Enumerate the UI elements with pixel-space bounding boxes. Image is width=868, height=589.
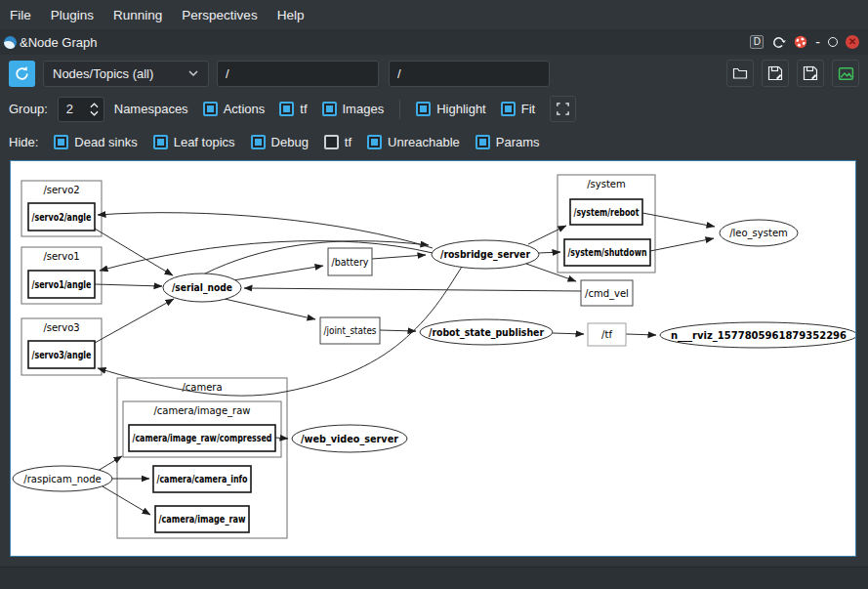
- graph-edge-rosbridge-server-to-servo1-angle: [100, 241, 433, 271]
- checkbox-debug[interactable]: [251, 135, 266, 149]
- graph-node-label: /robot_state_publisher: [429, 327, 544, 339]
- graph-node-label: /battery: [332, 257, 369, 268]
- checkbox-label: Actions: [224, 102, 266, 116]
- checkbox-item-leaf-topics: Leaf topics: [153, 135, 235, 149]
- save-image-button[interactable]: [832, 60, 859, 87]
- graph-type-select[interactable]: Nodes/Topics (all): [43, 61, 209, 87]
- hide-options-row: Hide: Dead sinksLeaf topicsDebugtfUnreac…: [0, 126, 868, 158]
- checkbox-images[interactable]: [322, 102, 337, 116]
- spin-down-icon[interactable]: [90, 110, 99, 116]
- graph-edge-serial-node-to-joint-states: [225, 299, 315, 319]
- load-dot-button[interactable]: [726, 60, 754, 87]
- checkbox-label: Unreachable: [388, 135, 460, 149]
- graph-edge-raspicam-node-to-camera-image-raw-group: [98, 456, 122, 471]
- checkbox-label: Fit: [521, 102, 535, 116]
- graph-edge-servo3-angle-to-serial-node: [95, 299, 174, 343]
- checkbox-item-tf: tf: [324, 135, 351, 149]
- dock-title: &Node Graph: [20, 35, 98, 50]
- checkbox-item-fit: Fit: [501, 102, 535, 116]
- checkbox-item-dead-sinks: Dead sinks: [54, 135, 137, 149]
- menu-item-running[interactable]: Running: [103, 8, 172, 22]
- checkbox-highlight[interactable]: [416, 102, 431, 116]
- save-svg-button[interactable]: [797, 60, 824, 87]
- graph-canvas[interactable]: /servo2/servo1/servo3/system/camera/came…: [10, 160, 856, 557]
- menu-item-help[interactable]: Help: [268, 8, 314, 22]
- graph-container-label: /system: [587, 179, 626, 189]
- checkbox-item-actions: Actions: [203, 102, 266, 116]
- checkbox-label: tf: [300, 102, 307, 116]
- checkbox-label: Leaf topics: [174, 135, 235, 149]
- help-icon[interactable]: [794, 35, 807, 49]
- fit-icon: [556, 102, 570, 116]
- graph-node-label: /rosbridge_server: [440, 249, 530, 261]
- graph-node-label: /serial_node: [172, 282, 232, 294]
- graph-edge-raspicam-node-to-camera-image-raw: [103, 486, 150, 515]
- group-value: 2: [59, 102, 90, 116]
- graph-node-label: /servo3/angle: [32, 350, 92, 360]
- checkbox-item-tf: tf: [279, 102, 307, 116]
- checkbox-label: Params: [496, 135, 540, 149]
- fit-in-view-button[interactable]: [550, 96, 576, 122]
- menu-item-plugins[interactable]: Plugins: [41, 8, 103, 22]
- graph-edge-system-reboot-to-leo-system: [642, 213, 715, 227]
- graph-edge-system-shutdown-to-leo-system: [650, 238, 714, 251]
- graph-container-label: /servo2: [43, 185, 79, 195]
- graph-edge-serial-node-to-battery: [233, 266, 323, 280]
- checkbox-item-params: Params: [475, 135, 540, 149]
- graph-edge-robot-state-publisher-to-tf: [553, 333, 584, 334]
- menu-item-perspectives[interactable]: Perspectives: [172, 8, 267, 22]
- checkbox-item-images: Images: [322, 102, 385, 116]
- filter-input-1[interactable]: [217, 61, 379, 87]
- dock-title-bar: &Node Graph D - ✕: [0, 29, 868, 55]
- checkbox-item-highlight: Highlight: [416, 102, 486, 116]
- graph-edge-rosbridge-server-to-system-reboot: [528, 226, 566, 244]
- graph-node-label: /cmd_vel: [585, 288, 629, 300]
- graph-container-label: /camera/image_raw: [153, 405, 250, 417]
- close-icon[interactable]: ✕: [846, 35, 859, 49]
- checkbox-dead-sinks[interactable]: [54, 135, 68, 149]
- checkbox-actions[interactable]: [203, 102, 218, 116]
- image-icon: [838, 65, 854, 82]
- maximize-icon[interactable]: [828, 37, 838, 47]
- graph-node-label: /servo2/angle: [32, 212, 92, 223]
- checkbox-item-debug: Debug: [251, 135, 309, 149]
- graph-node-label: /joint_states: [324, 325, 377, 337]
- graph-container-label: /servo1: [43, 251, 79, 262]
- checkbox-label: Debug: [271, 135, 309, 149]
- save-dot-button[interactable]: [762, 60, 789, 87]
- checkbox-label: Highlight: [436, 102, 486, 116]
- minimize-icon[interactable]: -: [815, 37, 820, 47]
- graph-edge-servo1-angle-to-serial-node: [95, 284, 162, 286]
- graph-edge-camera-image-raw-compressed-to-web-video-server: [275, 438, 288, 439]
- checkbox-tf[interactable]: [324, 135, 339, 149]
- refresh-graph-button[interactable]: [9, 61, 35, 87]
- checkbox-unreachable[interactable]: [367, 135, 382, 149]
- graph-node-label: /system/reboot: [574, 207, 640, 218]
- menu-item-file[interactable]: File: [0, 8, 41, 22]
- graph-node-label: /servo1/angle: [32, 279, 92, 290]
- graph-node-label: /system/shutdown: [568, 247, 647, 258]
- checkbox-params[interactable]: [475, 135, 490, 149]
- graph-node-label: /tf: [601, 329, 612, 340]
- group-label: Group:: [9, 102, 48, 116]
- checkbox-label: Dead sinks: [74, 135, 137, 149]
- graph-node-label: /camera/camera_info: [157, 474, 248, 485]
- graph-type-value: Nodes/Topics (all): [53, 66, 184, 81]
- graph-container-label: /servo3: [43, 322, 79, 333]
- checkbox-leaf-topics[interactable]: [153, 135, 168, 149]
- reload-plugin-icon[interactable]: [768, 31, 789, 52]
- graph-edge-tf-to-n-rviz-1577805961879352296: [626, 334, 656, 335]
- checkbox-item-unreachable: Unreachable: [367, 135, 460, 149]
- graph-edge-battery-to-rosbridge-server: [372, 255, 426, 259]
- spin-up-icon[interactable]: [90, 103, 99, 108]
- checkbox-fit[interactable]: [501, 102, 516, 116]
- dock-button[interactable]: D: [750, 35, 764, 49]
- save-as-icon: [803, 65, 818, 81]
- checkbox-tf[interactable]: [279, 102, 294, 116]
- menu-bar: FilePluginsRunningPerspectivesHelp: [0, 0, 868, 29]
- graph-edge-joint-states-to-robot-state-publisher: [380, 330, 416, 331]
- checkbox-label: tf: [345, 135, 351, 149]
- group-spinbox[interactable]: 2: [58, 97, 104, 122]
- filter-input-2[interactable]: [389, 61, 550, 87]
- graph-toolbar: Nodes/Topics (all): [0, 55, 868, 92]
